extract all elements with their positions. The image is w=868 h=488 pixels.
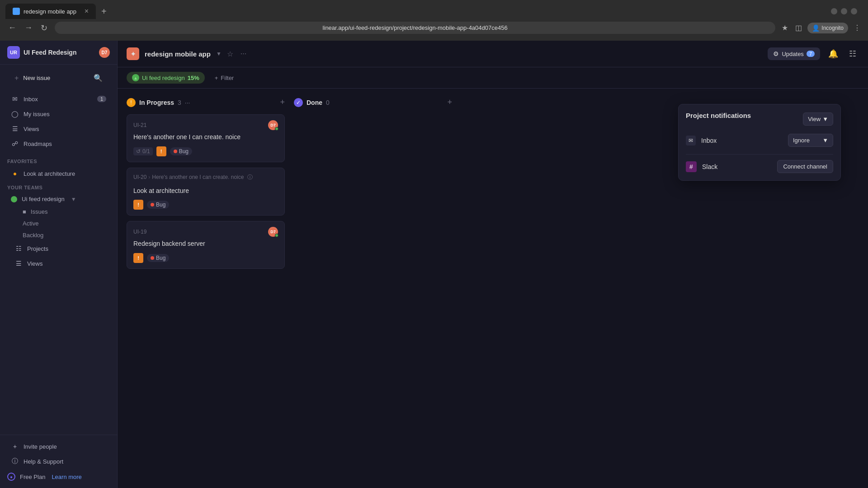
inbox-option-text: Ignore [793,137,810,144]
inbox-notification-icon: ✉ [686,136,696,145]
issue-card-ui21[interactable]: UI-21 D7 Here's another one I can create… [127,114,285,162]
sidebar-sub-item-active[interactable]: Active [4,218,113,229]
address-bar[interactable]: linear.app/ui-feed-redesign/project/rede… [55,22,775,34]
free-plan-bar: ● Free Plan Learn more [0,469,117,484]
issue-assignee-ui19: D7 [268,227,278,237]
sidebar-item-roadmaps[interactable]: ☍ Roadmaps [4,136,113,151]
inbox-notification-label: Inbox [701,137,783,144]
header-more-icon[interactable]: ··· [241,50,246,58]
invite-icon: + [11,442,19,450]
priority-badge-ui20: ! [133,200,143,210]
issue-meta-ui19: ! Bug [133,253,278,263]
tab-bar: redesign mobile app × + [0,0,868,19]
user-initials: D7 [102,50,108,55]
issue-meta-ui21: ↺ 0/1 ! Bug [133,146,278,156]
sidebar-my-issues-label: My issues [24,111,50,117]
issue-assignee-ui21: D7 [268,120,278,130]
inbox-badge: 1 [97,96,106,102]
issue-card-ui19[interactable]: UI-19 D7 Redesign backend server ! Bu [127,221,285,269]
search-button[interactable]: 🔍 [94,74,103,82]
sidebar-item-look-at-architecture[interactable]: ● Look at architecture [4,166,113,181]
sidebar-bottom: + Invite people ⓘ Help & Support ● Free … [0,435,117,488]
assignee-online-indicator-ui19 [275,234,278,237]
menu-button[interactable]: ⋮ [852,22,863,34]
issue-id-ui21: UI-21 [133,122,146,128]
sidebar-item-projects[interactable]: ☷ Projects [4,241,113,256]
active-label: Active [23,220,38,227]
nav-buttons: ← → ↻ [5,22,50,34]
label-text-ui19: Bug [156,255,165,261]
issues-label: Issues [31,208,48,215]
plus-icon: + [14,74,19,82]
issue-card-header-ui19: UI-19 D7 [133,227,278,237]
header-star-icon[interactable]: ☆ [227,50,233,58]
close-btn[interactable] [851,8,857,14]
notification-inbox-row: ✉ Inbox Ignore ▼ [686,134,833,147]
column-title-done: Done [307,99,322,106]
filter-plus-icon: + [215,75,218,81]
column-done: ✓ Done 0 + [294,96,452,109]
new-tab-button[interactable]: + [98,5,110,19]
sidebar-item-help[interactable]: ⓘ Help & Support [4,454,113,469]
team-views-icon: ☰ [14,259,23,267]
back-button[interactable]: ← [5,22,19,34]
free-plan-icon: ● [7,473,15,481]
issue-id-ui19: UI-19 [133,229,146,235]
favorites-label: Favorites [0,155,117,166]
column-add-button-done[interactable]: + [447,98,452,107]
team-color-dot [11,196,17,202]
issues-icon: ■ [23,208,26,215]
issue-sub-count-ui21: ↺ 0/1 [133,147,153,155]
column-add-button-in-progress[interactable]: + [280,98,285,107]
sidebar-sub-item-backlog[interactable]: Backlog [4,230,113,241]
bookmark-button[interactable]: ★ [780,22,790,34]
layout-button[interactable]: ☷ [846,46,859,61]
new-issue-button[interactable]: + New issue 🔍 [7,70,110,86]
notification-bell-button[interactable]: 🔔 [826,46,841,61]
label-dot-ui20 [151,203,154,206]
updates-badge: 7 [807,51,815,57]
minimize-btn[interactable] [831,8,837,14]
help-icon: ⓘ [11,457,19,465]
workspace-name: UI Feed Redesign [24,49,95,56]
column-more-button-in-progress[interactable]: ··· [185,99,190,106]
column-header-done: ✓ Done 0 + [294,96,452,109]
browser-chrome: redesign mobile app × + ← → ↻ linear.app… [0,0,868,41]
sidebar-item-views[interactable]: ☰ Views [4,122,113,136]
sidebar-sub-item-issues[interactable]: ■ Issues [4,206,113,217]
notification-panel-title: Project notifications [686,112,751,119]
view-chevron-icon: ▼ [822,116,828,122]
sidebar-item-team[interactable]: Ui feed redesign ▼ [4,192,113,206]
extensions-button[interactable]: ◫ [793,22,804,34]
notification-panel: Project notifications View ▼ ✉ Inbox Ign… [678,104,841,181]
forward-button[interactable]: → [22,22,35,34]
project-title: redesign mobile app [145,50,211,58]
sidebar-item-team-views[interactable]: ☰ Views [4,256,113,271]
issue-card-ui20[interactable]: UI-20 › Here's another one I can create.… [127,168,285,216]
sidebar-item-inbox[interactable]: ✉ Inbox 1 [4,92,113,106]
progress-label: Ui feed redesign [142,75,185,81]
filter-button[interactable]: + Filter [210,72,238,84]
sidebar-item-my-issues[interactable]: ◯ My issues [4,107,113,121]
progress-percent: 15% [188,75,199,81]
label-dot-ui21 [174,150,177,153]
tab-close-button[interactable]: × [85,7,89,15]
active-tab[interactable]: redesign mobile app × [5,4,96,19]
free-plan-label: Free Plan [20,474,45,480]
connect-channel-button[interactable]: Connect channel [777,160,833,173]
priority-badge-ui19: ! [133,253,143,263]
user-avatar: D7 [99,47,110,58]
sidebar-item-invite[interactable]: + Invite people [4,439,113,454]
view-dropdown[interactable]: View ▼ [803,113,833,126]
main-wrapper: ✦ redesign mobile app ▼ ☆ ··· ⚙ Updates … [118,41,868,488]
inbox-notification-select[interactable]: Ignore ▼ [788,134,833,147]
learn-more-link[interactable]: Learn more [52,474,81,480]
sidebar-nav: ✉ Inbox 1 ◯ My issues ☰ Views ☍ Roadmaps [0,88,117,155]
issue-title-ui20: Look at architecture [133,187,278,196]
breadcrumb-id: UI-20 [133,174,146,180]
issue-title-ui21: Here's another one I can create. noice [133,133,278,142]
refresh-button[interactable]: ↻ [38,22,50,34]
view-label: View [808,116,821,122]
maximize-btn[interactable] [841,8,847,14]
updates-button[interactable]: ⚙ Updates 7 [768,47,820,60]
